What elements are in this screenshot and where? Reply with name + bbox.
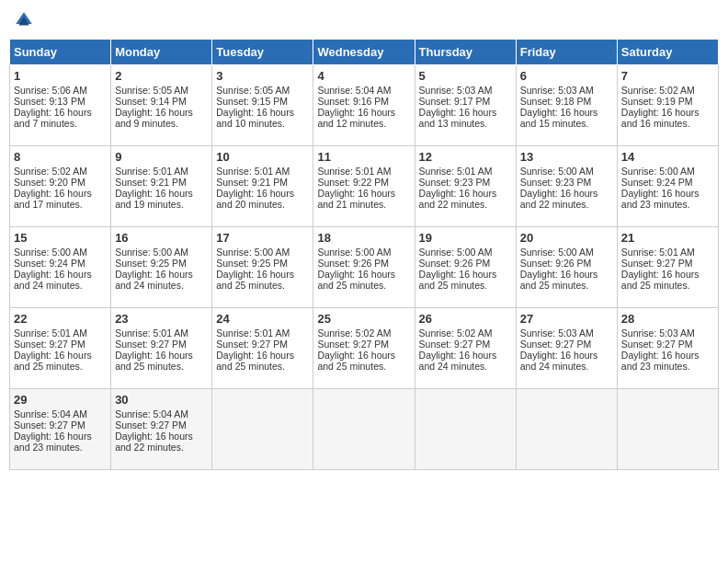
day-info-line: Sunset: 9:27 PM (621, 258, 714, 269)
day-info-line: Daylight: 16 hours (14, 431, 107, 442)
day-info-line: Daylight: 16 hours (14, 107, 107, 118)
header-day-tuesday: Tuesday (212, 40, 313, 65)
day-info-line: Sunrise: 5:01 AM (14, 327, 107, 339)
day-info-line: Sunrise: 5:02 AM (317, 327, 410, 339)
day-cell: 17Sunrise: 5:00 AMSunset: 9:25 PMDayligh… (212, 227, 313, 308)
day-info-line: and 25 minutes. (216, 361, 309, 372)
header-row: SundayMondayTuesdayWednesdayThursdayFrid… (10, 40, 719, 65)
day-number: 11 (317, 150, 410, 164)
day-cell: 6Sunrise: 5:03 AMSunset: 9:18 PMDaylight… (516, 65, 617, 146)
day-info-line: and 12 minutes. (317, 118, 410, 129)
day-cell: 23Sunrise: 5:01 AMSunset: 9:27 PMDayligh… (111, 308, 212, 389)
day-info-line: Daylight: 16 hours (115, 188, 208, 199)
day-info-line: Sunset: 9:22 PM (317, 177, 410, 188)
day-info-line: Daylight: 16 hours (115, 431, 208, 442)
day-info-line: Sunrise: 5:01 AM (216, 327, 309, 339)
day-number: 19 (419, 231, 512, 245)
header-day-monday: Monday (111, 40, 212, 65)
day-info-line: Sunrise: 5:01 AM (115, 327, 208, 339)
day-info-line: Sunset: 9:16 PM (317, 96, 410, 107)
day-info-line: Sunset: 9:13 PM (14, 96, 107, 107)
day-cell: 1Sunrise: 5:06 AMSunset: 9:13 PMDaylight… (10, 65, 111, 146)
day-info-line: Daylight: 16 hours (419, 269, 512, 280)
day-cell: 20Sunrise: 5:00 AMSunset: 9:26 PMDayligh… (516, 227, 617, 308)
day-info-line: Sunrise: 5:00 AM (419, 247, 512, 258)
day-info-line: Sunset: 9:23 PM (419, 177, 512, 188)
day-cell: 13Sunrise: 5:00 AMSunset: 9:23 PMDayligh… (516, 146, 617, 227)
day-info-line: and 25 minutes. (14, 361, 107, 372)
day-number: 23 (115, 312, 208, 326)
day-info-line: Sunset: 9:18 PM (520, 96, 613, 107)
day-cell: 21Sunrise: 5:01 AMSunset: 9:27 PMDayligh… (617, 227, 718, 308)
day-info-line: Sunset: 9:27 PM (520, 339, 613, 350)
day-info-line: Sunrise: 5:03 AM (419, 85, 512, 96)
day-info-line: and 21 minutes. (317, 199, 410, 210)
day-info-line: Sunset: 9:27 PM (14, 339, 107, 350)
day-info-line: and 22 minutes. (419, 199, 512, 210)
day-info-line: and 24 minutes. (14, 280, 107, 291)
day-info-line: Sunset: 9:23 PM (520, 177, 613, 188)
week-row-2: 8Sunrise: 5:02 AMSunset: 9:20 PMDaylight… (10, 146, 719, 227)
day-number: 14 (621, 150, 714, 164)
day-number: 13 (520, 150, 613, 164)
day-info-line: Daylight: 16 hours (216, 107, 309, 118)
day-info-line: Sunset: 9:26 PM (317, 258, 410, 269)
day-info-line: and 15 minutes. (520, 118, 613, 129)
day-info-line: Daylight: 16 hours (115, 350, 208, 361)
header-day-thursday: Thursday (415, 40, 516, 65)
day-info-line: Daylight: 16 hours (520, 269, 613, 280)
day-info-line: and 19 minutes. (115, 199, 208, 210)
day-info-line: Daylight: 16 hours (14, 269, 107, 280)
day-info-line: Sunset: 9:21 PM (216, 177, 309, 188)
day-cell (617, 389, 718, 470)
day-cell: 24Sunrise: 5:01 AMSunset: 9:27 PMDayligh… (212, 308, 313, 389)
day-info-line: Sunset: 9:27 PM (115, 419, 208, 431)
day-info-line: Daylight: 16 hours (317, 107, 410, 118)
day-cell: 7Sunrise: 5:02 AMSunset: 9:19 PMDaylight… (617, 65, 718, 146)
day-number: 16 (115, 231, 208, 245)
day-info-line: Sunset: 9:27 PM (115, 339, 208, 350)
day-info-line: Sunrise: 5:01 AM (317, 166, 410, 177)
page-header (9, 9, 719, 31)
day-cell (415, 389, 516, 470)
day-cell: 27Sunrise: 5:03 AMSunset: 9:27 PMDayligh… (516, 308, 617, 389)
day-number: 20 (520, 231, 613, 245)
day-cell: 5Sunrise: 5:03 AMSunset: 9:17 PMDaylight… (415, 65, 516, 146)
day-cell: 14Sunrise: 5:00 AMSunset: 9:24 PMDayligh… (617, 146, 718, 227)
day-info-line: Sunrise: 5:03 AM (621, 327, 714, 339)
day-number: 25 (317, 312, 410, 326)
day-info-line: Sunrise: 5:02 AM (14, 166, 107, 177)
day-number: 6 (520, 69, 613, 83)
day-number: 10 (216, 150, 309, 164)
day-number: 8 (14, 150, 107, 164)
day-info-line: and 22 minutes. (520, 199, 613, 210)
day-number: 27 (520, 312, 613, 326)
day-info-line: Sunset: 9:27 PM (14, 419, 107, 431)
day-info-line: Daylight: 16 hours (14, 188, 107, 199)
day-info-line: Sunset: 9:21 PM (115, 177, 208, 188)
day-info-line: Daylight: 16 hours (621, 269, 714, 280)
week-row-4: 22Sunrise: 5:01 AMSunset: 9:27 PMDayligh… (10, 308, 719, 389)
day-cell: 29Sunrise: 5:04 AMSunset: 9:27 PMDayligh… (10, 389, 111, 470)
day-info-line: Daylight: 16 hours (115, 269, 208, 280)
header-day-wednesday: Wednesday (313, 40, 415, 65)
day-cell: 15Sunrise: 5:00 AMSunset: 9:24 PMDayligh… (10, 227, 111, 308)
day-info-line: Sunrise: 5:04 AM (14, 408, 107, 419)
day-info-line: Daylight: 16 hours (419, 188, 512, 199)
day-cell: 28Sunrise: 5:03 AMSunset: 9:27 PMDayligh… (617, 308, 718, 389)
day-number: 4 (317, 69, 410, 83)
day-cell: 19Sunrise: 5:00 AMSunset: 9:26 PMDayligh… (415, 227, 516, 308)
day-info-line: Sunrise: 5:01 AM (115, 166, 208, 177)
day-cell: 2Sunrise: 5:05 AMSunset: 9:14 PMDaylight… (111, 65, 212, 146)
day-info-line: Sunset: 9:17 PM (419, 96, 512, 107)
day-cell: 22Sunrise: 5:01 AMSunset: 9:27 PMDayligh… (10, 308, 111, 389)
day-cell: 30Sunrise: 5:04 AMSunset: 9:27 PMDayligh… (111, 389, 212, 470)
day-info-line: Daylight: 16 hours (621, 107, 714, 118)
day-info-line: and 23 minutes. (621, 199, 714, 210)
day-info-line: Daylight: 16 hours (520, 350, 613, 361)
day-info-line: Daylight: 16 hours (419, 350, 512, 361)
day-info-line: Sunrise: 5:00 AM (520, 166, 613, 177)
day-number: 15 (14, 231, 107, 245)
calendar-body: 1Sunrise: 5:06 AMSunset: 9:13 PMDaylight… (10, 65, 719, 470)
day-number: 21 (621, 231, 714, 245)
